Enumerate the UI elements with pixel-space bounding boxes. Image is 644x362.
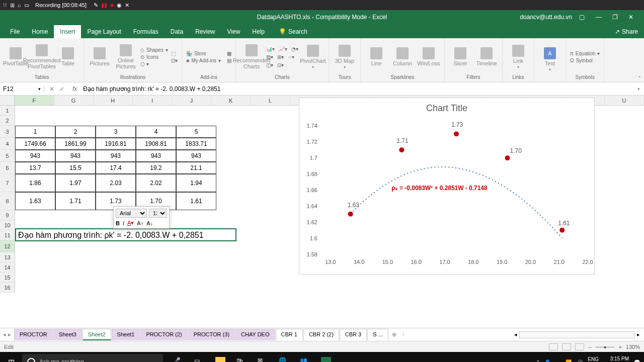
namebox-dropdown-icon[interactable]: ▾ [38, 86, 41, 92]
name-box[interactable]: F12▾ [0, 85, 44, 93]
sheet-tab[interactable]: PROCTOR (3) [188, 329, 235, 340]
sheet-tab[interactable]: PROCTOR [14, 329, 53, 340]
tab-data[interactable]: Data [165, 25, 189, 38]
mini-grow-font-button[interactable]: A↑ [137, 220, 143, 226]
hscroll-right-icon[interactable]: ▸ [637, 331, 640, 338]
data-point-2[interactable] [399, 147, 404, 152]
sheet-tab[interactable]: CBR 2 (2) [303, 329, 339, 340]
tray-notifications-icon[interactable]: 💬 [634, 359, 640, 363]
scatter-chart-icon[interactable]: ⁘▾ [288, 54, 294, 60]
table-button[interactable]: Table [56, 47, 79, 66]
rec-camera-icon[interactable]: ◉ [117, 2, 122, 9]
symbol-button[interactable]: Ω Symbol [570, 58, 600, 63]
file-explorer-icon[interactable] [210, 354, 230, 362]
zoom-level[interactable]: 130% [626, 344, 640, 350]
text-button[interactable]: AText▾ [538, 47, 561, 72]
tray-language[interactable]: ENGINTL [588, 356, 599, 362]
col-G[interactable]: G [54, 96, 94, 105]
tray-volume-icon[interactable]: 🔊 [577, 359, 583, 363]
sheet-tab[interactable]: Sheet3 [53, 329, 82, 340]
hscroll-track[interactable] [519, 331, 635, 338]
sheet-tab[interactable]: CBR 1 [276, 329, 303, 340]
page-layout-view-button[interactable] [562, 343, 571, 350]
tray-chevron-icon[interactable]: ˄ [537, 359, 539, 363]
tab-formulas[interactable]: Formulas [127, 25, 165, 38]
fx-icon[interactable]: fx [69, 85, 80, 93]
recommended-pivottables-button[interactable]: Recommended PivotTables [30, 44, 53, 69]
rec-window-icon[interactable]: ⊞ [10, 2, 15, 9]
sheet-tab[interactable]: S ... [367, 329, 388, 340]
mini-shrink-font-button[interactable]: A↓ [146, 220, 153, 226]
pie-chart-icon[interactable]: ◔▾ [291, 46, 298, 52]
sheet-tab[interactable]: CHAY DEO [235, 329, 275, 340]
cortana-search[interactable]: Ask me anything [22, 354, 163, 362]
ribbon-display-icon[interactable]: ▢ [579, 14, 585, 21]
tab-view[interactable]: View [221, 25, 247, 38]
rec-record-icon[interactable]: ▮▮ [101, 2, 107, 9]
3dmodels-icon[interactable]: ⬡ ▾ [140, 61, 168, 67]
col-K[interactable]: K [211, 96, 251, 105]
taskview-icon[interactable]: ▭ [189, 354, 209, 362]
select-all-corner[interactable] [0, 96, 15, 105]
col-U[interactable]: U [605, 96, 644, 105]
tray-people-icon[interactable]: 👤 [544, 359, 550, 363]
store-button[interactable]: 🏪 Store [186, 51, 221, 56]
taskbar-mic-icon[interactable]: 🎤 [168, 354, 188, 362]
smartart-icon[interactable]: ⬚ [171, 51, 178, 56]
sheet-nav-prev-icon[interactable]: ◂ [3, 331, 6, 338]
statistic-chart-icon[interactable]: ⊞▾ [277, 54, 284, 60]
col-H[interactable]: H [94, 96, 133, 105]
tab-home[interactable]: Home [26, 25, 54, 38]
user-email[interactable]: doancv@utt.edu.vn [520, 14, 572, 21]
active-cell-F12[interactable]: Đạo hàm phương trình: ρk' = -2. 0,0083.W… [15, 228, 236, 241]
col-F[interactable]: F [15, 96, 54, 105]
sheet-tab[interactable]: PROCTOR (2) [140, 329, 187, 340]
sheet-tab[interactable]: CBR 3 [340, 329, 367, 340]
tab-file[interactable]: File [4, 25, 26, 38]
embedded-chart[interactable]: Chart Title 1.74 1.72 1.7 1.68 1.66 1.64… [299, 98, 595, 275]
mail-icon[interactable]: ✉ [253, 354, 273, 362]
zoom-in-button[interactable]: + [618, 344, 621, 350]
zoom-out-button[interactable]: – [588, 344, 591, 350]
sparkline-line-button[interactable]: Line [365, 47, 388, 66]
bing-maps-icon[interactable]: ▦ [227, 51, 231, 56]
tell-me-search[interactable]: 💡 Search [273, 25, 313, 38]
mini-font-select[interactable]: Arial [116, 209, 147, 218]
tray-network-icon[interactable]: 📶 [566, 359, 572, 363]
row-3[interactable]: 3 [0, 126, 15, 138]
pivotchart-button[interactable]: PivotChart▾ [301, 45, 325, 69]
people-graph-icon[interactable]: ▤ [227, 58, 231, 63]
col-J[interactable]: J [172, 96, 211, 105]
rec-close-icon[interactable]: ✕ [125, 2, 129, 9]
expand-formula-icon[interactable]: ▾ [633, 86, 644, 92]
rec-zoom-icon[interactable]: ⌕ [18, 2, 21, 9]
share-button[interactable]: ↗ Share [609, 25, 644, 38]
sheet-nav-next-icon[interactable]: ▸ [8, 331, 11, 338]
worksheet-grid[interactable]: F G H I J K L M N O P Q R S T U 1 2 3 1 … [0, 96, 644, 328]
icons-menu[interactable]: ⊙ Icons [140, 54, 168, 60]
online-pictures-button[interactable]: Online Pictures [114, 44, 137, 69]
data-point-5[interactable] [559, 228, 565, 233]
tab-help[interactable]: Help [246, 25, 271, 38]
tray-onedrive-icon[interactable]: ☁ [555, 359, 560, 363]
trendline[interactable] [351, 167, 562, 238]
shapes-menu[interactable]: ◇ Shapes ▾ [140, 47, 168, 53]
sheet-tab[interactable]: Sheet1 [112, 329, 140, 340]
row-1[interactable]: 1 [0, 106, 15, 116]
equation-button[interactable]: π Equation ▾ [570, 51, 600, 56]
chrome-icon[interactable]: 🌐 [274, 354, 294, 362]
trendline-equation[interactable]: ρₖ = -0.0083W² + 0.2851W - 0.7148 [391, 185, 488, 192]
data-point-3[interactable] [454, 131, 459, 136]
maximize-button[interactable]: ❐ [608, 14, 622, 21]
data-point-4[interactable] [505, 155, 510, 160]
map-chart-icon[interactable]: ⊡▾ [277, 62, 284, 68]
rec-crop-icon[interactable]: ▭ [24, 2, 29, 9]
sparkline-column-button[interactable]: Column [391, 47, 414, 66]
sparkline-winloss-button[interactable]: Win/Loss [417, 47, 440, 66]
page-break-view-button[interactable] [575, 343, 584, 350]
collapse-ribbon-icon[interactable]: ˄ [638, 75, 641, 81]
line-chart-icon[interactable]: 📈▾ [279, 46, 287, 52]
mini-bold-button[interactable]: B [116, 220, 120, 226]
rec-edit-icon[interactable]: ✎ [94, 2, 98, 9]
mini-italic-button[interactable]: I [123, 220, 124, 226]
